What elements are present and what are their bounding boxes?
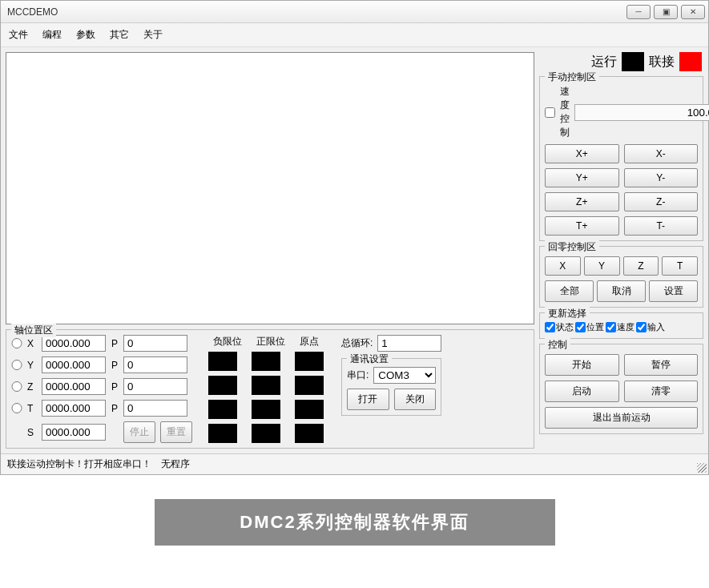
limits-block: 负限位 正限位 原点: [208, 335, 324, 443]
update-select-group: 更新选择 状态 位置 速度 输入: [539, 312, 703, 339]
run-button[interactable]: 启动: [545, 381, 619, 402]
limit-indicator: [252, 376, 280, 395]
update-input[interactable]: 输入: [636, 321, 665, 333]
axis-value-x[interactable]: [42, 335, 106, 352]
home-z[interactable]: Z: [623, 256, 659, 276]
limits-header: 负限位 正限位 原点: [208, 335, 324, 348]
axis-position-group: 轴位置区 X P Y: [6, 329, 534, 449]
statusbar: 联接运动控制卡！打开相应串口！ 无程序: [1, 453, 708, 474]
axis-radio-z[interactable]: [11, 381, 22, 392]
loop-label: 总循环:: [341, 336, 373, 350]
resize-grip-icon[interactable]: [697, 463, 707, 473]
update-speed[interactable]: 速度: [606, 321, 634, 333]
status-program: 无程序: [161, 457, 190, 471]
update-position-checkbox[interactable]: [575, 322, 586, 332]
control-group: 控制 开始 暂停 启动 清零 退出当前运动: [539, 344, 703, 434]
neg-limit-label: 负限位: [213, 335, 242, 348]
axis-p-x[interactable]: [123, 335, 187, 352]
speed-checkbox[interactable]: [545, 107, 555, 118]
menu-params[interactable]: 参数: [76, 28, 95, 42]
limits-grid: [208, 352, 324, 443]
pos-limit-label: 正限位: [256, 335, 285, 348]
speed-label: 速度控制: [560, 85, 570, 139]
limit-indicator: [208, 424, 237, 443]
pause-button[interactable]: 暂停: [624, 354, 699, 376]
jog-y-plus[interactable]: Y+: [545, 168, 619, 187]
window-title: MCCDEMO: [4, 6, 626, 18]
update-position[interactable]: 位置: [575, 321, 604, 333]
axis-position-title: 轴位置区: [11, 324, 56, 337]
update-speed-checkbox[interactable]: [606, 322, 616, 332]
connect-indicator: [679, 52, 702, 71]
axis-label-y: Y: [27, 360, 37, 371]
close-button[interactable]: ✕: [681, 5, 705, 19]
jog-t-plus[interactable]: T+: [545, 216, 619, 236]
clear-button[interactable]: 清零: [624, 381, 699, 402]
comm-buttons: 打开 关闭: [347, 389, 436, 410]
home-t[interactable]: T: [662, 256, 698, 276]
axis-p-t[interactable]: [123, 400, 187, 417]
run-label: 运行: [591, 54, 617, 70]
menu-file[interactable]: 文件: [9, 28, 28, 42]
home-all-button[interactable]: 全部: [545, 280, 594, 302]
axis-value-z[interactable]: [42, 378, 106, 395]
minimize-button[interactable]: ─: [626, 5, 651, 19]
limit-indicator: [295, 424, 324, 443]
axis-value-t[interactable]: [42, 400, 106, 417]
exit-motion-button[interactable]: 退出当前运动: [545, 407, 698, 429]
limit-indicator: [208, 400, 237, 419]
right-column: 运行 联接 手动控制区 速度控制 X+ X- Y+ Y- Z+: [539, 52, 703, 449]
canvas-area[interactable]: [6, 52, 534, 324]
axis-value-s[interactable]: [42, 424, 106, 441]
comm-title: 通讯设置: [347, 352, 392, 366]
jog-x-minus[interactable]: X-: [624, 144, 699, 163]
home-set-button[interactable]: 设置: [649, 280, 698, 302]
home-cancel-button[interactable]: 取消: [597, 280, 646, 302]
axis-value-y[interactable]: [42, 356, 106, 373]
axis-row-z: Z P: [11, 378, 192, 395]
stop-button[interactable]: 停止: [123, 421, 155, 443]
axis-row-t: T P: [11, 400, 192, 417]
body: 轴位置区 X P Y: [1, 47, 708, 453]
port-select[interactable]: COM3: [373, 367, 436, 384]
titlebar: MCCDEMO ─ ▣ ✕: [1, 1, 708, 23]
p-label: P: [111, 360, 119, 371]
axis-p-z[interactable]: [123, 378, 187, 395]
limit-indicator: [295, 400, 324, 419]
loop-input[interactable]: [377, 335, 441, 352]
update-status-checkbox[interactable]: [545, 322, 555, 332]
update-status[interactable]: 状态: [545, 321, 574, 333]
jog-y-minus[interactable]: Y-: [624, 168, 699, 187]
axis-p-y[interactable]: [123, 356, 187, 373]
limit-indicator: [295, 376, 324, 395]
menu-about[interactable]: 关于: [143, 28, 163, 42]
comm-port-row: 串口: COM3: [347, 367, 436, 384]
comm-group: 通讯设置 串口: COM3 打开 关闭: [341, 358, 441, 416]
maximize-button[interactable]: ▣: [654, 5, 678, 19]
p-label: P: [111, 381, 119, 393]
jog-t-minus[interactable]: T-: [624, 216, 699, 236]
home-x[interactable]: X: [545, 256, 581, 276]
update-title: 更新选择: [545, 307, 590, 320]
jog-grid: X+ X- Y+ Y- Z+ Z- T+ T-: [545, 144, 698, 236]
speed-input[interactable]: [574, 104, 709, 121]
limit-indicator: [252, 352, 280, 371]
jog-z-plus[interactable]: Z+: [545, 192, 619, 211]
home-y[interactable]: Y: [584, 256, 620, 276]
open-port-button[interactable]: 打开: [347, 389, 389, 410]
origin-label: 原点: [300, 335, 319, 348]
start-button[interactable]: 开始: [545, 354, 619, 376]
manual-control-group: 手动控制区 速度控制 X+ X- Y+ Y- Z+ Z- T+ T-: [539, 76, 703, 241]
axis-radio-y[interactable]: [11, 360, 22, 370]
axis-radio-x[interactable]: [11, 338, 22, 348]
jog-x-plus[interactable]: X+: [545, 144, 619, 163]
speed-row: 速度控制: [545, 85, 698, 139]
jog-z-minus[interactable]: Z-: [624, 192, 699, 211]
close-port-button[interactable]: 关闭: [394, 389, 437, 410]
loop-row: 总循环:: [341, 335, 441, 352]
reset-button[interactable]: 重置: [160, 421, 192, 443]
axis-radio-t[interactable]: [11, 403, 22, 413]
menu-other[interactable]: 其它: [110, 28, 129, 42]
menu-program[interactable]: 编程: [42, 28, 62, 42]
update-input-checkbox[interactable]: [636, 322, 647, 332]
